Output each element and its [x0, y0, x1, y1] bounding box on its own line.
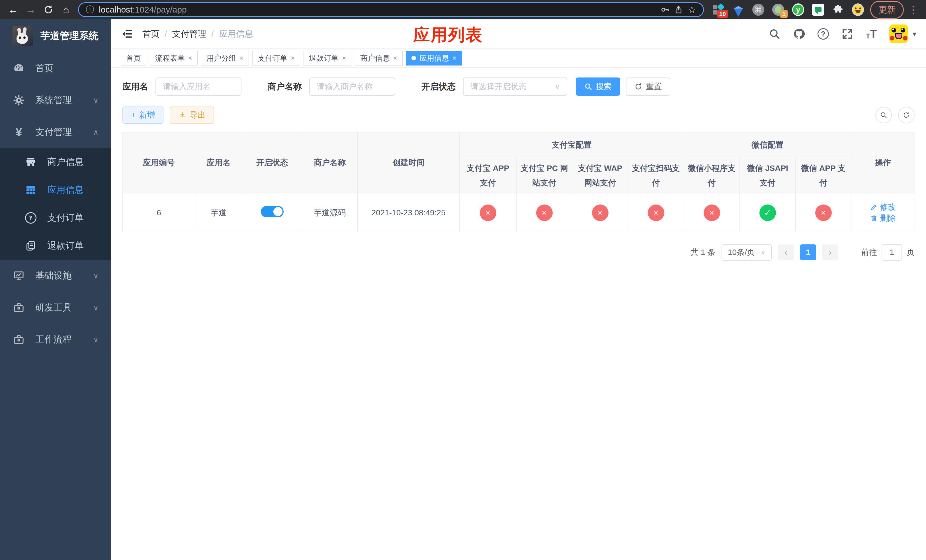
status-alipay-qr-pay: ×: [648, 204, 664, 221]
merchant-name-input[interactable]: [309, 77, 395, 96]
col-header-wx-mini: 微信小程序支付: [684, 158, 740, 194]
header-search-icon[interactable]: [769, 28, 781, 40]
refresh-button[interactable]: [898, 107, 915, 123]
browser-back-icon[interactable]: ←: [5, 2, 21, 18]
sidebar-item-dev-tools[interactable]: 研发工具 ∨: [0, 292, 111, 324]
extension-camera-icon[interactable]: 1: [772, 4, 784, 16]
goto-page-input[interactable]: [882, 244, 902, 260]
next-page-button[interactable]: ›: [822, 244, 838, 260]
tags-view: 首页 流程表单× 用户分组× 支付订单× 退款订单× 商户信息× 应用信息×: [111, 48, 926, 68]
sidebar-item-workflow[interactable]: 工作流程 ∨: [0, 324, 111, 356]
cell-actions: 修改 删除: [851, 194, 915, 232]
cell-alipay-qr: ×: [628, 194, 684, 232]
cell-status: [242, 194, 302, 232]
site-info-icon[interactable]: ⓘ: [86, 5, 94, 14]
group-header-alipay: 支付宝配置: [460, 132, 684, 158]
extension-emoji-icon[interactable]: [852, 4, 864, 16]
status-select[interactable]: 请选择开启状态 ∨: [463, 77, 567, 96]
page-size-select[interactable]: 10条/页 ∨: [722, 244, 772, 260]
sidebar-item-label: 支付订单: [47, 212, 84, 224]
cell-app-name: 芋道: [195, 194, 242, 232]
tab-pay-order[interactable]: 支付订单×: [252, 51, 300, 65]
browser-menu-icon[interactable]: ⋮: [905, 5, 921, 15]
app-name-input[interactable]: [156, 77, 242, 96]
bookmark-star-icon[interactable]: ☆: [688, 4, 696, 15]
tab-home[interactable]: 首页: [121, 51, 146, 65]
browser-home-icon[interactable]: ⌂: [58, 2, 74, 18]
address-bar[interactable]: ⓘ localhost:1024/pay/app ☆: [78, 2, 704, 17]
col-header-alipay-wap: 支付宝 WAP 网站支付: [572, 158, 628, 194]
page-number-1[interactable]: 1: [800, 244, 816, 260]
cell-app-id: 6: [123, 194, 195, 232]
extension-command-icon[interactable]: ⌘: [752, 4, 764, 16]
monitor-chart-icon: [12, 269, 25, 282]
sidebar-fold-icon[interactable]: [121, 27, 134, 41]
close-icon[interactable]: ×: [342, 54, 346, 62]
main-panel: 首页 / 支付管理 / 应用信息 应用列表 ? TT: [111, 20, 926, 560]
status-alipay-app-pay: ×: [480, 204, 496, 221]
browser-update-button[interactable]: 更新: [870, 1, 904, 19]
browser-forward-icon[interactable]: →: [23, 2, 39, 18]
sidebar-item-system[interactable]: 系统管理 ∨: [0, 84, 111, 116]
extensions-puzzle-icon[interactable]: [832, 4, 844, 16]
sidebar-item-payment[interactable]: ¥ 支付管理 ∧: [0, 116, 111, 148]
close-icon[interactable]: ×: [188, 54, 192, 62]
breadcrumb-current: 应用信息: [219, 28, 253, 40]
extensions-row: 10 ⌘ 1 y: [713, 4, 864, 16]
reset-button[interactable]: 重置: [626, 77, 670, 96]
briefcase-icon: [12, 333, 25, 346]
tab-merchant-info[interactable]: 商户信息×: [355, 51, 402, 65]
sidebar-item-label: 商户信息: [47, 156, 84, 168]
logo-avatar: [12, 26, 33, 46]
share-icon[interactable]: [674, 5, 683, 14]
extension-chat-icon[interactable]: [812, 4, 824, 16]
sidebar-item-home[interactable]: 首页: [0, 52, 111, 84]
search-button[interactable]: 搜索: [576, 77, 620, 96]
group-header-wechat: 微信配置: [684, 132, 851, 158]
tab-refund-order[interactable]: 退款订单×: [304, 51, 351, 65]
chevron-down-icon: ∨: [555, 83, 560, 91]
close-icon[interactable]: ×: [239, 54, 244, 62]
status-toggle[interactable]: [261, 206, 284, 217]
delete-link[interactable]: 删除: [870, 213, 896, 224]
tab-user-group[interactable]: 用户分组×: [201, 51, 249, 65]
github-icon[interactable]: [793, 28, 805, 40]
add-button[interactable]: + 新增: [123, 106, 163, 124]
font-size-icon[interactable]: TT: [866, 28, 877, 40]
cell-alipay-app: ×: [460, 194, 516, 232]
show-search-button[interactable]: [875, 107, 892, 123]
extension-gem-icon[interactable]: [732, 4, 744, 16]
breadcrumb-payment[interactable]: 支付管理: [172, 28, 206, 40]
close-icon[interactable]: ×: [291, 54, 295, 62]
merchant-name-label: 商户名称: [268, 81, 302, 92]
tab-process-form[interactable]: 流程表单×: [150, 51, 198, 65]
search-form: 应用名 商户名称 开启状态 请选择开启状态 ∨ 搜索 重置: [123, 77, 915, 96]
browser-toolbar: ← → ⌂ ⓘ localhost:1024/pay/app ☆ 10 ⌘ 1 …: [0, 0, 926, 20]
tab-app-info[interactable]: 应用信息×: [406, 51, 462, 65]
extension-y-icon[interactable]: y: [792, 4, 804, 16]
help-icon[interactable]: ?: [817, 28, 829, 39]
close-icon[interactable]: ×: [452, 54, 457, 62]
prev-page-button[interactable]: ‹: [778, 244, 794, 260]
browser-reload-icon[interactable]: [41, 2, 56, 18]
cell-alipay-wap: ×: [572, 194, 628, 232]
breadcrumb-home[interactable]: 首页: [142, 28, 159, 40]
edit-link[interactable]: 修改: [870, 202, 896, 212]
fullscreen-icon[interactable]: [841, 28, 853, 40]
close-icon[interactable]: ×: [393, 54, 397, 62]
sidebar-item-app-info[interactable]: 应用信息: [0, 176, 111, 204]
breadcrumb: 首页 / 支付管理 / 应用信息: [142, 28, 253, 40]
sidebar-item-infrastructure[interactable]: 基础设施 ∨: [0, 260, 111, 292]
gear-icon: [12, 94, 25, 106]
status-wechat-jsapi-pay: ✓: [760, 204, 776, 221]
active-dot: [412, 56, 416, 61]
sidebar-item-pay-order[interactable]: ¥ 支付订单: [0, 204, 111, 232]
password-key-icon[interactable]: [660, 5, 669, 14]
sidebar-item-merchant-info[interactable]: 商户信息: [0, 148, 111, 176]
app-name-label: 应用名: [123, 81, 148, 92]
export-button[interactable]: 导出: [170, 106, 214, 124]
user-avatar-menu[interactable]: ▾: [889, 24, 916, 43]
table-toolbar: + 新增 导出: [123, 106, 915, 124]
sidebar-item-refund-order[interactable]: 退款订单: [0, 232, 111, 260]
extension-grid-icon[interactable]: 10: [713, 4, 725, 16]
